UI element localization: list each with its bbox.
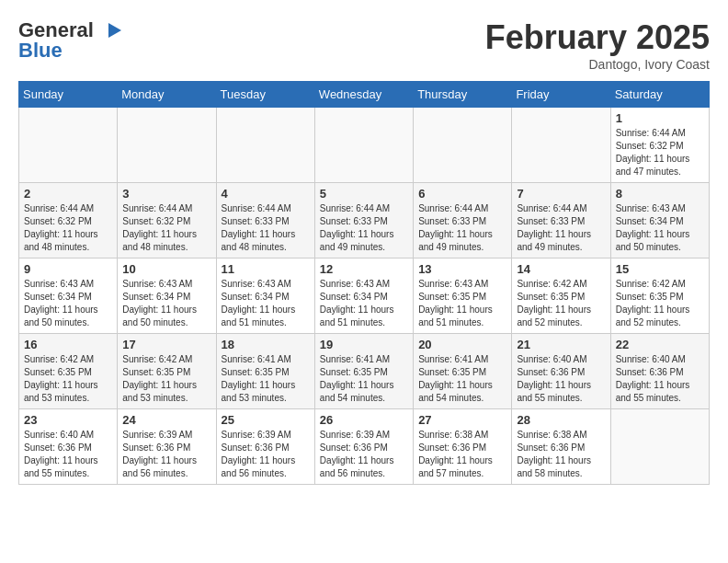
day-number: 19 <box>320 338 408 351</box>
calendar-day-20: 20Sunrise: 6:41 AM Sunset: 6:35 PM Dayli… <box>414 334 512 409</box>
calendar-empty-cell <box>414 108 512 183</box>
day-info: Sunrise: 6:43 AM Sunset: 6:35 PM Dayligh… <box>418 278 506 329</box>
day-header-saturday: Saturday <box>610 82 709 108</box>
day-header-thursday: Thursday <box>414 82 512 108</box>
calendar-empty-cell <box>118 108 216 183</box>
day-info: Sunrise: 6:40 AM Sunset: 6:36 PM Dayligh… <box>517 353 605 405</box>
calendar-empty-cell <box>19 108 118 183</box>
day-number: 5 <box>320 187 408 201</box>
calendar-day-3: 3Sunrise: 6:44 AM Sunset: 6:32 PM Daylig… <box>118 183 216 259</box>
day-info: Sunrise: 6:39 AM Sunset: 6:36 PM Dayligh… <box>222 429 310 480</box>
day-number: 26 <box>320 413 408 427</box>
day-info: Sunrise: 6:41 AM Sunset: 6:35 PM Dayligh… <box>222 353 310 405</box>
day-number: 3 <box>122 187 210 201</box>
day-number: 24 <box>122 413 210 427</box>
day-number: 14 <box>517 262 605 276</box>
logo: General Blue <box>18 18 121 63</box>
calendar-day-14: 14Sunrise: 6:42 AM Sunset: 6:35 PM Dayli… <box>512 259 610 334</box>
day-number: 9 <box>24 262 112 276</box>
calendar-day-12: 12Sunrise: 6:43 AM Sunset: 6:34 PM Dayli… <box>314 259 413 334</box>
day-info: Sunrise: 6:44 AM Sunset: 6:33 PM Dayligh… <box>320 202 408 254</box>
day-info: Sunrise: 6:40 AM Sunset: 6:36 PM Dayligh… <box>616 353 704 405</box>
day-info: Sunrise: 6:40 AM Sunset: 6:36 PM Dayligh… <box>24 429 112 480</box>
logo-blue: Blue <box>18 39 63 63</box>
day-info: Sunrise: 6:39 AM Sunset: 6:36 PM Dayligh… <box>320 429 408 480</box>
calendar-header-row: SundayMondayTuesdayWednesdayThursdayFrid… <box>19 82 710 108</box>
day-number: 12 <box>320 262 408 276</box>
day-info: Sunrise: 6:42 AM Sunset: 6:35 PM Dayligh… <box>122 353 210 405</box>
day-number: 17 <box>122 338 210 351</box>
day-info: Sunrise: 6:44 AM Sunset: 6:33 PM Dayligh… <box>222 202 310 254</box>
day-number: 28 <box>517 413 605 427</box>
calendar-day-11: 11Sunrise: 6:43 AM Sunset: 6:34 PM Dayli… <box>216 259 314 334</box>
day-info: Sunrise: 6:44 AM Sunset: 6:32 PM Dayligh… <box>24 202 112 254</box>
day-number: 8 <box>616 187 704 201</box>
svg-marker-0 <box>108 23 121 38</box>
calendar-day-9: 9Sunrise: 6:43 AM Sunset: 6:34 PM Daylig… <box>19 259 118 334</box>
day-number: 27 <box>418 413 506 427</box>
calendar-week-row: 2Sunrise: 6:44 AM Sunset: 6:32 PM Daylig… <box>19 183 710 259</box>
location-subtitle: Dantogo, Ivory Coast <box>485 57 710 72</box>
calendar-day-7: 7Sunrise: 6:44 AM Sunset: 6:33 PM Daylig… <box>512 183 610 259</box>
day-number: 23 <box>24 413 112 427</box>
calendar-empty-cell <box>216 108 314 183</box>
day-number: 2 <box>24 187 112 201</box>
calendar-day-17: 17Sunrise: 6:42 AM Sunset: 6:35 PM Dayli… <box>118 334 216 409</box>
calendar-day-13: 13Sunrise: 6:43 AM Sunset: 6:35 PM Dayli… <box>414 259 512 334</box>
calendar-week-row: 23Sunrise: 6:40 AM Sunset: 6:36 PM Dayli… <box>19 409 710 485</box>
calendar-day-4: 4Sunrise: 6:44 AM Sunset: 6:33 PM Daylig… <box>216 183 314 259</box>
day-number: 10 <box>122 262 210 276</box>
calendar-day-6: 6Sunrise: 6:44 AM Sunset: 6:33 PM Daylig… <box>414 183 512 259</box>
calendar-day-2: 2Sunrise: 6:44 AM Sunset: 6:32 PM Daylig… <box>19 183 118 259</box>
day-info: Sunrise: 6:44 AM Sunset: 6:33 PM Dayligh… <box>418 202 506 254</box>
calendar-day-18: 18Sunrise: 6:41 AM Sunset: 6:35 PM Dayli… <box>216 334 314 409</box>
calendar-day-26: 26Sunrise: 6:39 AM Sunset: 6:36 PM Dayli… <box>314 409 413 485</box>
day-number: 1 <box>616 111 704 125</box>
day-info: Sunrise: 6:43 AM Sunset: 6:34 PM Dayligh… <box>24 278 112 329</box>
day-info: Sunrise: 6:41 AM Sunset: 6:35 PM Dayligh… <box>320 353 408 405</box>
calendar-empty-cell <box>610 409 709 485</box>
title-block: February 2025 Dantogo, Ivory Coast <box>485 18 710 72</box>
day-info: Sunrise: 6:38 AM Sunset: 6:36 PM Dayligh… <box>517 429 605 480</box>
day-header-sunday: Sunday <box>19 82 118 108</box>
day-number: 7 <box>517 187 605 201</box>
day-info: Sunrise: 6:39 AM Sunset: 6:36 PM Dayligh… <box>122 429 210 480</box>
day-info: Sunrise: 6:43 AM Sunset: 6:34 PM Dayligh… <box>320 278 408 329</box>
day-number: 25 <box>222 413 310 427</box>
day-number: 22 <box>616 338 704 351</box>
calendar-day-27: 27Sunrise: 6:38 AM Sunset: 6:36 PM Dayli… <box>414 409 512 485</box>
day-info: Sunrise: 6:42 AM Sunset: 6:35 PM Dayligh… <box>517 278 605 329</box>
calendar-day-19: 19Sunrise: 6:41 AM Sunset: 6:35 PM Dayli… <box>314 334 413 409</box>
calendar-day-24: 24Sunrise: 6:39 AM Sunset: 6:36 PM Dayli… <box>118 409 216 485</box>
page-header: General Blue February 2025 Dantogo, Ivor… <box>18 18 710 72</box>
day-number: 20 <box>418 338 506 351</box>
calendar-day-23: 23Sunrise: 6:40 AM Sunset: 6:36 PM Dayli… <box>19 409 118 485</box>
calendar-day-1: 1Sunrise: 6:44 AM Sunset: 6:32 PM Daylig… <box>610 108 709 183</box>
month-title: February 2025 <box>485 18 710 57</box>
day-header-wednesday: Wednesday <box>314 82 413 108</box>
logo-flag-icon <box>96 21 121 40</box>
day-info: Sunrise: 6:44 AM Sunset: 6:32 PM Dayligh… <box>616 127 704 178</box>
day-info: Sunrise: 6:38 AM Sunset: 6:36 PM Dayligh… <box>418 429 506 480</box>
calendar-day-22: 22Sunrise: 6:40 AM Sunset: 6:36 PM Dayli… <box>610 334 709 409</box>
calendar-day-21: 21Sunrise: 6:40 AM Sunset: 6:36 PM Dayli… <box>512 334 610 409</box>
day-header-tuesday: Tuesday <box>216 82 314 108</box>
day-info: Sunrise: 6:41 AM Sunset: 6:35 PM Dayligh… <box>418 353 506 405</box>
day-header-monday: Monday <box>118 82 216 108</box>
calendar-day-16: 16Sunrise: 6:42 AM Sunset: 6:35 PM Dayli… <box>19 334 118 409</box>
day-info: Sunrise: 6:43 AM Sunset: 6:34 PM Dayligh… <box>122 278 210 329</box>
calendar-day-10: 10Sunrise: 6:43 AM Sunset: 6:34 PM Dayli… <box>118 259 216 334</box>
day-header-friday: Friday <box>512 82 610 108</box>
calendar-day-28: 28Sunrise: 6:38 AM Sunset: 6:36 PM Dayli… <box>512 409 610 485</box>
day-info: Sunrise: 6:43 AM Sunset: 6:34 PM Dayligh… <box>222 278 310 329</box>
day-number: 11 <box>222 262 310 276</box>
calendar-day-25: 25Sunrise: 6:39 AM Sunset: 6:36 PM Dayli… <box>216 409 314 485</box>
day-number: 13 <box>418 262 506 276</box>
day-number: 15 <box>616 262 704 276</box>
calendar-empty-cell <box>512 108 610 183</box>
calendar-week-row: 1Sunrise: 6:44 AM Sunset: 6:32 PM Daylig… <box>19 108 710 183</box>
day-info: Sunrise: 6:43 AM Sunset: 6:34 PM Dayligh… <box>616 202 704 254</box>
calendar-day-8: 8Sunrise: 6:43 AM Sunset: 6:34 PM Daylig… <box>610 183 709 259</box>
day-info: Sunrise: 6:44 AM Sunset: 6:32 PM Dayligh… <box>122 202 210 254</box>
day-number: 21 <box>517 338 605 351</box>
